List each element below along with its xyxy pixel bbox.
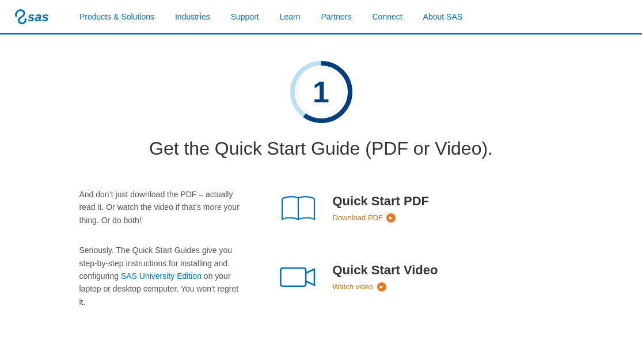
paragraph-2: Seriously. The Quick Start Guides give y…: [79, 244, 241, 308]
svg-rect-4: [280, 268, 306, 286]
book-open-icon: [275, 188, 321, 228]
main-content: 1 Get the Quick Start Guide (PDF or Vide…: [45, 35, 598, 349]
resource-pdf: Quick Start PDF Download PDF ►: [275, 188, 563, 228]
hero-section: 1 Get the Quick Start Guide (PDF or Vide…: [56, 58, 586, 165]
video-title: Quick Start Video: [333, 263, 563, 278]
paragraph-1: And don’t just download the PDF – actual…: [79, 188, 241, 227]
nav-products-solutions[interactable]: Products & Solutions: [69, 0, 165, 34]
watch-video-label: Watch video: [333, 282, 374, 291]
pdf-info: Quick Start PDF Download PDF ►: [333, 194, 563, 223]
nav-connect[interactable]: Connect: [362, 0, 412, 34]
watch-video-arrow: ►: [377, 282, 386, 292]
content-area: And don’t just download the PDF – actual…: [56, 188, 586, 326]
download-pdf-label: Download PDF: [333, 213, 383, 222]
watch-video-link[interactable]: Watch video ►: [333, 282, 386, 292]
header: sas Products & Solutions Industries Supp…: [0, 0, 642, 35]
step-circle: 1: [287, 58, 356, 127]
nav-learn[interactable]: Learn: [269, 0, 311, 34]
left-column: And don’t just download the PDF – actual…: [79, 188, 241, 325]
resource-video: Quick Start Video Watch video ►: [275, 257, 563, 297]
download-pdf-arrow: ►: [386, 213, 396, 223]
video-info: Quick Start Video Watch video ►: [333, 263, 563, 292]
sas-university-link[interactable]: SAS University Edition: [121, 271, 202, 281]
nav-partners[interactable]: Partners: [311, 0, 362, 34]
nav-about-sas[interactable]: About SAS: [413, 0, 473, 34]
step-number: 1: [313, 75, 329, 109]
download-pdf-link[interactable]: Download PDF ►: [333, 213, 396, 223]
svg-text:sas: sas: [28, 10, 49, 24]
resource-list: Quick Start PDF Download PDF ►: [275, 188, 563, 326]
main-nav: Products & Solutions Industries Support …: [69, 0, 473, 34]
nav-support[interactable]: Support: [221, 0, 269, 34]
logo[interactable]: sas: [12, 6, 52, 26]
pdf-title: Quick Start PDF: [333, 194, 563, 209]
video-camera-icon: [275, 257, 321, 297]
hero-title: Get the Quick Start Guide (PDF or Video)…: [149, 138, 493, 159]
nav-industries[interactable]: Industries: [165, 0, 221, 34]
